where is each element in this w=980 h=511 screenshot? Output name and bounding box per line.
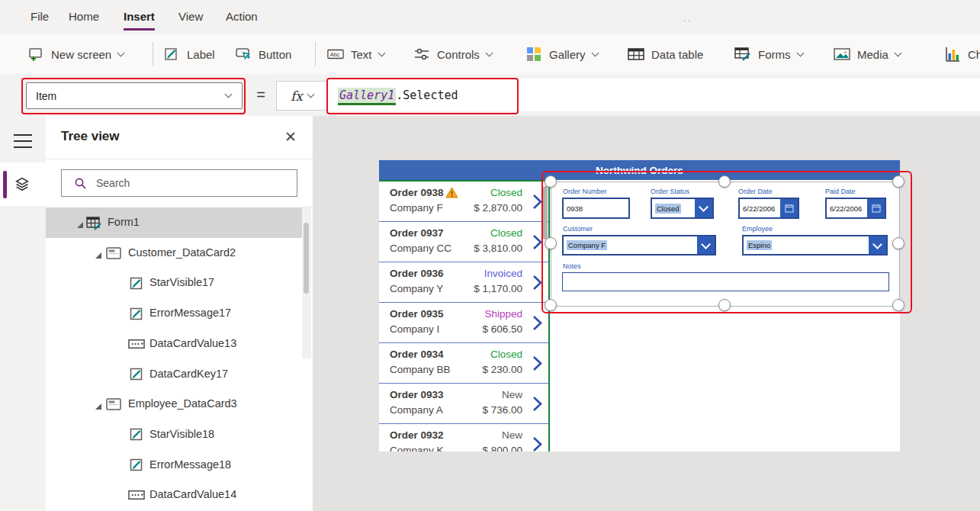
search-input[interactable] — [95, 176, 297, 190]
tree-label-icon — [128, 458, 145, 473]
tree-view-rail-button[interactable] — [0, 162, 46, 206]
order-list-item[interactable]: Order 0936Company YInvoiced$ 1,170.00 — [379, 262, 548, 303]
selection-handle[interactable] — [545, 237, 557, 249]
tree-item-datacardvalue13[interactable]: DataCardValue13 — [46, 329, 305, 359]
order-list-item[interactable]: Order 0932Company KNew$ 800.00 — [379, 424, 548, 452]
row-chevron-icon[interactable] — [532, 315, 542, 334]
menu-item-home[interactable]: Home — [69, 0, 99, 34]
datepicker-button-order-date[interactable] — [780, 199, 798, 217]
app-canvas[interactable]: Northwind Orders Order 0938Company FClos… — [379, 160, 900, 452]
chevron-down-icon — [894, 49, 901, 56]
chevron-down-icon — [591, 49, 599, 56]
selection-handle[interactable] — [718, 175, 731, 188]
field-input-order-number[interactable]: 0938 — [562, 198, 630, 219]
field-input-notes[interactable] — [562, 272, 889, 291]
ribbon-separator — [315, 42, 316, 66]
selection-handle[interactable] — [892, 299, 904, 311]
row-chevron-icon[interactable] — [532, 275, 542, 294]
menu-item-insert[interactable]: Insert — [124, 0, 155, 34]
selection-handle[interactable] — [892, 175, 904, 188]
row-chevron-icon[interactable] — [532, 436, 542, 452]
ribbon-item-label[interactable]: Label — [163, 34, 215, 74]
search-box[interactable] — [61, 169, 297, 197]
order-number-text: Order 0933 — [390, 389, 444, 400]
tree-item-errormessage17[interactable]: ErrorMessage17 — [46, 298, 305, 329]
forms-icon — [734, 46, 751, 63]
ribbon-item-chart[interactable]: Chart — [944, 34, 980, 74]
order-list-item[interactable]: Order 0938Company FClosed$ 2,870.00 — [379, 182, 548, 222]
ribbon-item-media[interactable]: Media — [834, 34, 901, 74]
order-list-item[interactable]: Order 0935Company IShipped$ 606.50 — [379, 303, 548, 343]
rail-active-indicator — [3, 171, 7, 198]
selection-handle[interactable] — [545, 175, 557, 188]
field-input-employee[interactable]: Espino — [742, 235, 888, 256]
expand-triangle-icon[interactable] — [95, 400, 102, 408]
row-chevron-icon[interactable] — [532, 355, 542, 374]
selection-handle[interactable] — [718, 299, 731, 311]
order-number-text: Order 0936 — [390, 268, 444, 279]
company-text: Company Y — [390, 283, 443, 294]
expand-triangle-icon[interactable] — [76, 219, 84, 227]
tree-form-icon — [85, 215, 102, 230]
tree-item-errormessage18[interactable]: ErrorMessage18 — [46, 450, 305, 480]
company-text: Company I — [390, 323, 439, 335]
chevron-down-icon — [485, 49, 493, 56]
orders-gallery[interactable]: Order 0938Company FClosed$ 2,870.00Order… — [379, 180, 550, 452]
field-value-order-date: 6/22/2006 — [743, 204, 775, 213]
formula-input[interactable]: Gallery1.Selected — [328, 79, 980, 111]
hamburger-icon[interactable] — [14, 134, 32, 148]
ribbon-item-new-screen[interactable]: New screen — [27, 34, 124, 74]
gallery-scrollbar-thumb[interactable] — [543, 186, 548, 239]
tree-item-employee_datacard3[interactable]: Employee_DataCard3 — [46, 389, 305, 419]
dropdown-button-customer[interactable] — [697, 236, 715, 254]
tree-item-starvisible18[interactable]: StarVisible18 — [46, 419, 305, 450]
tree-view-title: Tree view — [61, 129, 120, 144]
property-selector-value: Item — [36, 90, 226, 102]
tree-item-starvisible17[interactable]: StarVisible17 — [46, 268, 305, 298]
chart-icon — [944, 46, 961, 63]
field-input-order-date[interactable]: 6/22/2006 — [738, 198, 799, 219]
ribbon-item-data-table[interactable]: Data table — [628, 34, 703, 74]
order-list-item[interactable]: Order 0937Company CCClosed$ 3,810.00 — [379, 222, 548, 262]
order-list-item[interactable]: Order 0934Company BBClosed$ 230.00 — [379, 343, 548, 384]
property-selector[interactable]: Item — [26, 82, 243, 109]
tree-item-datacardvalue14[interactable]: DataCardValue14 — [46, 480, 305, 510]
tree-item-label: DataCardKey17 — [149, 368, 228, 380]
field-input-order-status[interactable]: Closed — [651, 198, 714, 219]
ribbon-item-controls[interactable]: Controls — [413, 34, 492, 74]
expand-triangle-icon[interactable] — [95, 249, 102, 257]
tree-item-label: Form1 — [108, 216, 140, 228]
menu-item-file[interactable]: File — [31, 0, 49, 34]
dropdown-button-employee[interactable] — [869, 236, 886, 254]
selection-handle[interactable] — [545, 299, 557, 311]
amount-text: $ 1,170.00 — [474, 283, 522, 294]
menu-item-action[interactable]: Action — [226, 0, 258, 34]
tree-item-customer_datacard2[interactable]: Customer_DataCard2 — [46, 238, 305, 268]
row-chevron-icon[interactable] — [532, 396, 542, 415]
menu-item-view[interactable]: View — [178, 0, 203, 34]
field-input-paid-date[interactable]: 6/22/2006 — [825, 198, 886, 219]
datepicker-button-paid-date[interactable] — [867, 199, 885, 217]
row-chevron-icon[interactable] — [532, 234, 542, 253]
close-icon[interactable]: ✕ — [282, 128, 299, 145]
tree-item-form1[interactable]: Form1 — [46, 207, 305, 238]
dropdown-button-order-status[interactable] — [695, 199, 712, 217]
company-text: Company F — [390, 202, 443, 214]
order-number-text: Order 0932 — [390, 429, 444, 441]
chevron-down-icon — [699, 202, 708, 212]
tree-item-label: ErrorMessage18 — [149, 458, 231, 471]
ribbon-item-text[interactable]: AbcText — [327, 34, 384, 74]
field-input-customer[interactable]: Company F — [562, 235, 716, 256]
selection-handle[interactable] — [892, 237, 904, 249]
ribbon-item-forms[interactable]: Forms — [734, 34, 803, 74]
ribbon-item-button[interactable]: Button — [235, 34, 291, 74]
order-list-item[interactable]: Order 0933Company ANew$ 736.00 — [379, 384, 548, 424]
status-badge: Invoiced — [484, 268, 522, 279]
ribbon-item-gallery[interactable]: Gallery — [525, 34, 598, 74]
company-text: Company A — [390, 404, 443, 416]
tree-card-icon — [105, 397, 122, 412]
row-chevron-icon[interactable] — [532, 194, 542, 213]
tree-scrollbar-thumb[interactable] — [304, 223, 309, 294]
tree-item-datacardkey17[interactable]: DataCardKey17 — [46, 359, 305, 390]
fx-button[interactable]: fx — [276, 81, 328, 111]
